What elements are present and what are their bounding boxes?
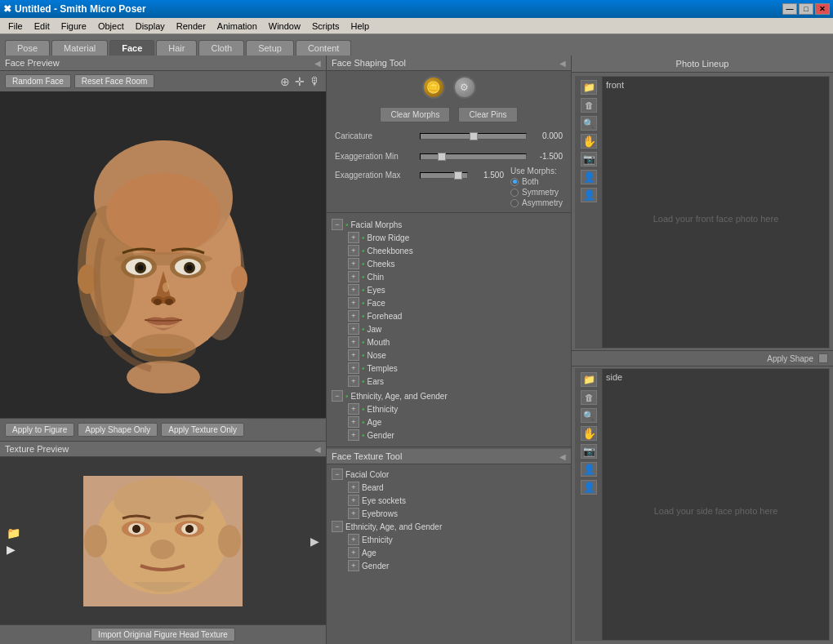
front-camera-icon[interactable]: 📷 (581, 152, 597, 167)
shaping-mini-icon[interactable]: ◀ (559, 59, 566, 68)
minimize-button[interactable]: — (782, 3, 797, 15)
clear-pins-button[interactable]: Clear Pins (458, 107, 517, 122)
tree-mouth[interactable]: + • Mouth (332, 335, 566, 349)
tree-chin[interactable]: + • Chin (332, 270, 566, 283)
tree-expand-jaw[interactable]: + (348, 323, 359, 335)
texture-tool-mini-icon[interactable]: ◀ (559, 452, 566, 461)
tree-ethnicity-texture[interactable]: + Ethnicity (332, 533, 566, 546)
tree-ethnicity[interactable]: + • Ethnicity (332, 402, 566, 415)
texture-folder-icon[interactable]: 📁 (7, 526, 20, 540)
caricature-thumb[interactable] (470, 132, 478, 140)
tree-expand-cheekbones[interactable]: + (348, 245, 359, 256)
pin-tool-icon[interactable]: ⚙ (453, 76, 476, 99)
tree-jaw[interactable]: + • Jaw (332, 322, 566, 335)
tree-expand-ears[interactable]: + (348, 375, 359, 387)
menu-window[interactable]: Window (264, 20, 305, 33)
random-face-button[interactable]: Random Face (5, 74, 71, 88)
radio-symmetry-dot[interactable] (510, 189, 519, 197)
tree-expand-chin[interactable]: + (348, 271, 359, 282)
menu-edit[interactable]: Edit (29, 20, 55, 33)
tree-age-texture[interactable]: + Age (332, 546, 566, 559)
reset-face-room-button[interactable]: Reset Face Room (74, 74, 155, 88)
tree-expand-eyes[interactable]: + (348, 284, 359, 295)
menu-scripts[interactable]: Scripts (307, 20, 345, 33)
tree-face[interactable]: + • Face (332, 296, 566, 309)
apply-texture-only-button[interactable]: Apply Texture Only (161, 423, 244, 437)
front-delete-icon[interactable]: 🗑 (581, 98, 597, 113)
tab-material[interactable]: Material (51, 40, 108, 56)
menu-file[interactable]: File (3, 20, 28, 33)
tab-cloth[interactable]: Cloth (198, 40, 244, 56)
tree-expand-temples[interactable]: + (348, 362, 359, 374)
tree-eyebrows[interactable]: + Eyebrows (332, 507, 566, 520)
tree-brow-ridge[interactable]: + • Brow Ridge (332, 231, 566, 244)
front-hand-icon[interactable]: ✋ (581, 134, 597, 149)
front-face2-icon[interactable]: 👤 (581, 188, 597, 202)
menu-animation[interactable]: Animation (212, 20, 262, 33)
menu-figure[interactable]: Figure (56, 20, 91, 33)
menu-object[interactable]: Object (93, 20, 129, 33)
tree-expand-beard[interactable]: + (348, 482, 359, 493)
menu-display[interactable]: Display (131, 20, 170, 33)
tree-expand-facial-morphs[interactable]: − (332, 219, 343, 230)
tree-ethnicity-age-gender-texture[interactable]: − Ethnicity, Age, and Gender (332, 520, 566, 533)
radio-both[interactable]: Both (510, 177, 563, 186)
side-camera-icon[interactable]: 📷 (581, 444, 597, 459)
tree-cheeks[interactable]: + • Cheeks (332, 257, 566, 270)
import-texture-button[interactable]: Import Original Figure Head Texture (91, 628, 235, 642)
tab-hair[interactable]: Hair (156, 40, 197, 56)
maximize-button[interactable]: □ (799, 3, 813, 15)
tree-expand-gender[interactable]: + (348, 429, 359, 441)
tree-expand-nose[interactable]: + (348, 349, 359, 361)
tree-expand-age[interactable]: + (348, 416, 359, 428)
tree-eyes[interactable]: + • Eyes (332, 283, 566, 296)
tree-age[interactable]: + • Age (332, 415, 566, 429)
tab-content[interactable]: Content (296, 40, 352, 56)
radio-asymmetry-dot[interactable] (510, 199, 519, 207)
tree-nose[interactable]: + • Nose (332, 349, 566, 362)
tree-gender[interactable]: + • Gender (332, 429, 566, 442)
front-zoom-icon[interactable]: 🔍 (581, 116, 597, 131)
tab-setup[interactable]: Setup (246, 40, 294, 56)
side-hand-icon[interactable]: ✋ (581, 426, 597, 441)
front-folder-icon[interactable]: 📁 (581, 80, 597, 95)
apply-to-figure-button[interactable]: Apply to Figure (5, 423, 74, 437)
close-button[interactable]: ✕ (815, 3, 830, 15)
clear-morphs-button[interactable]: Clear Morphs (380, 107, 450, 122)
exagg-max-track[interactable] (420, 172, 468, 179)
tree-expand-forehead[interactable]: + (348, 310, 359, 322)
exagg-max-thumb[interactable] (454, 171, 462, 180)
move-icon[interactable]: ✛ (295, 75, 305, 88)
tab-pose[interactable]: Pose (5, 40, 50, 56)
apply-shape-checkbox[interactable] (818, 353, 828, 363)
radio-asymmetry[interactable]: Asymmetry (510, 198, 563, 207)
tree-ears[interactable]: + • Ears (332, 375, 566, 388)
tree-expand-eag-texture[interactable]: − (332, 521, 343, 532)
tree-expand-gender-texture[interactable]: + (348, 560, 359, 571)
tree-expand-brow-ridge[interactable]: + (348, 232, 359, 243)
side-face2-icon[interactable]: 👤 (581, 480, 597, 495)
side-zoom-icon[interactable]: 🔍 (581, 408, 597, 423)
radio-both-dot[interactable] (510, 178, 519, 186)
texture-right-arrow[interactable]: ▶ (310, 535, 319, 548)
tree-expand-ethnicity-texture[interactable]: + (348, 534, 359, 545)
tree-expand-eag[interactable]: − (332, 390, 343, 402)
tree-temples[interactable]: + • Temples (332, 362, 566, 375)
exagg-min-thumb[interactable] (438, 153, 446, 161)
section-mini-icon[interactable]: ◀ (314, 59, 321, 68)
tree-gender-texture[interactable]: + Gender (332, 559, 566, 572)
tree-expand-cheeks[interactable]: + (348, 258, 359, 269)
tree-expand-facial-color[interactable]: − (332, 469, 343, 480)
morph-tool-icon[interactable]: 🪙 (422, 76, 445, 99)
apply-shape-only-button[interactable]: Apply Shape Only (78, 423, 158, 437)
side-delete-icon[interactable]: 🗑 (581, 390, 597, 405)
tree-expand-ethnicity[interactable]: + (348, 403, 359, 415)
tree-forehead[interactable]: + • Forehead (332, 309, 566, 322)
tree-facial-color[interactable]: − Facial Color (332, 468, 566, 481)
tree-ethnicity-age-gender-root[interactable]: − • Ethnicity, Age, and Gender (332, 389, 566, 402)
tree-eye-sockets[interactable]: + Eye sockets (332, 494, 566, 507)
tab-face[interactable]: Face (109, 40, 154, 56)
caricature-track[interactable] (420, 133, 527, 140)
tree-expand-face[interactable]: + (348, 297, 359, 309)
radio-symmetry[interactable]: Symmetry (510, 188, 563, 197)
